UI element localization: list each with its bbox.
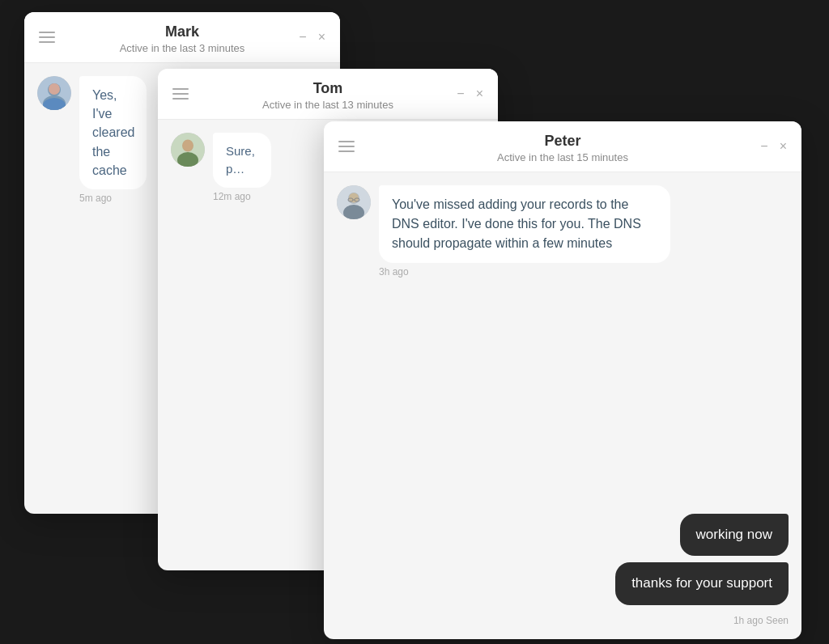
bubble-incoming-mark: Yes, I'vecleared thecache bbox=[79, 76, 147, 189]
window-header-peter: Peter Active in the last 15 minutes − × bbox=[324, 121, 801, 172]
msg-group-incoming-tom: Sure, p… 12m ago bbox=[213, 133, 290, 202]
window-header-mark: Mark Active in the last 3 minutes − × bbox=[24, 12, 340, 63]
menu-icon-peter[interactable] bbox=[338, 141, 355, 152]
window-subtitle-peter: Active in the last 15 minutes bbox=[338, 151, 787, 163]
close-button-peter[interactable]: × bbox=[780, 140, 787, 153]
menu-icon-tom[interactable] bbox=[172, 88, 189, 100]
bubble-outgoing-peter-1: working now bbox=[680, 514, 789, 557]
outgoing-group-peter: working now thanks for your support 1h a… bbox=[337, 514, 789, 626]
message-row-incoming-peter: You've missed adding your records to the… bbox=[337, 185, 789, 278]
minimize-button-tom[interactable]: − bbox=[457, 87, 464, 100]
timestamp-incoming-peter: 3h ago bbox=[379, 266, 670, 278]
window-title-tom: Tom bbox=[172, 80, 483, 97]
menu-line bbox=[39, 41, 55, 43]
menu-line bbox=[338, 150, 355, 152]
window-controls-tom: − × bbox=[457, 87, 483, 100]
bubble-incoming-peter: You've missed adding your records to the… bbox=[379, 185, 670, 263]
menu-line bbox=[172, 98, 189, 100]
timestamp-incoming-tom: 12m ago bbox=[213, 191, 290, 202]
chat-body-peter: You've missed adding your records to the… bbox=[324, 172, 801, 639]
menu-line bbox=[172, 93, 189, 95]
svg-point-8 bbox=[183, 140, 193, 150]
menu-line bbox=[39, 36, 55, 38]
window-subtitle-mark: Active in the last 3 minutes bbox=[39, 42, 325, 54]
bubble-incoming-tom: Sure, p… bbox=[213, 133, 271, 188]
window-title-mark: Mark bbox=[39, 23, 325, 40]
minimize-button-mark[interactable]: − bbox=[299, 31, 306, 44]
msg-group-incoming-peter: You've missed adding your records to the… bbox=[379, 185, 670, 278]
menu-line bbox=[39, 32, 55, 33]
chat-window-peter[interactable]: Peter Active in the last 15 minutes − × bbox=[324, 121, 801, 639]
timestamp-outgoing-peter: 1h ago Seen bbox=[733, 615, 789, 626]
menu-line bbox=[338, 141, 355, 142]
menu-line bbox=[172, 88, 189, 90]
window-controls-mark: − × bbox=[299, 31, 325, 44]
close-button-tom[interactable]: × bbox=[476, 87, 483, 100]
menu-line bbox=[338, 146, 355, 147]
bubble-outgoing-peter-2: thanks for your support bbox=[615, 562, 789, 605]
timestamp-incoming-mark: 5m ago bbox=[79, 193, 169, 204]
msg-group-incoming-mark: Yes, I'vecleared thecache 5m ago bbox=[79, 76, 169, 204]
window-title-peter: Peter bbox=[338, 133, 787, 150]
close-button-mark[interactable]: × bbox=[318, 31, 325, 44]
window-header-tom: Tom Active in the last 13 minutes − × bbox=[158, 69, 498, 120]
avatar-peter bbox=[337, 185, 371, 219]
window-subtitle-tom: Active in the last 13 minutes bbox=[172, 99, 483, 111]
minimize-button-peter[interactable]: − bbox=[760, 140, 767, 153]
window-controls-peter: − × bbox=[760, 140, 787, 153]
avatar-tom bbox=[171, 133, 205, 167]
avatar-mark bbox=[37, 76, 71, 110]
menu-icon-mark[interactable] bbox=[39, 32, 55, 43]
svg-point-4 bbox=[49, 83, 60, 95]
